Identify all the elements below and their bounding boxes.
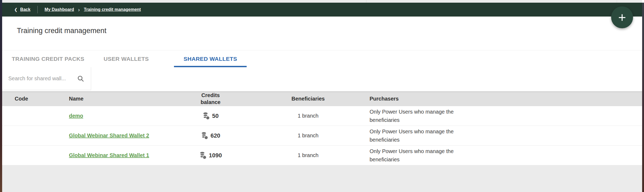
- cell-credits: 50: [157, 112, 264, 120]
- search-box[interactable]: [2, 67, 91, 90]
- page-background: [2, 165, 642, 192]
- breadcrumb-bar: ❮ Back My Dashboard › Training credit ma…: [2, 3, 642, 17]
- coin-stack-icon: [201, 132, 208, 139]
- screen-edge-left: [0, 0, 2, 192]
- coin-stack-icon: [199, 152, 207, 159]
- page-title: Training credit management: [17, 27, 642, 35]
- wallet-link[interactable]: Global Webinar Shared Wallet 1: [69, 152, 149, 158]
- table-row: Global Webinar Shared Wallet 2 620 1 bra…: [2, 126, 642, 146]
- top-strip-divider: [366, 0, 366, 3]
- breadcrumb-current-link[interactable]: Training credit management: [84, 7, 141, 12]
- tab-bar: TRAINING CREDIT PACKS USER WALLETS SHARE…: [2, 50, 642, 67]
- cell-purchasers: Only Power Users who manage the benefici…: [370, 127, 474, 144]
- top-strip: [2, 0, 642, 3]
- cell-purchasers: Only Power Users who manage the benefici…: [370, 108, 474, 124]
- wallet-link[interactable]: demo: [69, 113, 83, 119]
- table-row: Global Webinar Shared Wallet 1 1090 1 br…: [2, 146, 642, 165]
- breadcrumb-divider: [37, 6, 38, 13]
- table-row: demo 50 1 branch Only Power Users who ma…: [2, 106, 642, 126]
- cell-beneficiaries: 1 branch: [264, 113, 352, 119]
- app-window: ❮ Back My Dashboard › Training credit ma…: [2, 0, 642, 192]
- search-icon[interactable]: [77, 75, 84, 82]
- back-button[interactable]: Back: [20, 7, 30, 12]
- column-header-name: Name: [69, 96, 157, 102]
- tab-user-wallets[interactable]: USER WALLETS: [94, 50, 158, 67]
- chevron-right-icon: ›: [78, 7, 80, 13]
- cell-beneficiaries: 1 branch: [264, 152, 352, 158]
- credits-value: 620: [211, 132, 220, 139]
- column-header-code: Code: [2, 96, 69, 102]
- tab-training-credit-packs[interactable]: TRAINING CREDIT PACKS: [2, 50, 94, 67]
- cell-credits: 1090: [157, 152, 264, 159]
- column-header-beneficiaries: Beneficiaries: [264, 96, 352, 102]
- column-header-credits-label: Credits balance: [195, 92, 227, 106]
- credits-value: 1090: [209, 152, 222, 159]
- breadcrumb-dashboard-link[interactable]: My Dashboard: [45, 7, 74, 12]
- add-shared-wallet-button[interactable]: +: [611, 6, 633, 28]
- screen-edge-right: [642, 3, 644, 192]
- column-header-credits-balance: Credits balance: [157, 92, 264, 106]
- tab-spacer: [158, 50, 174, 67]
- chevron-left-icon: ❮: [14, 7, 18, 12]
- tab-shared-wallets[interactable]: SHARED WALLETS: [174, 50, 247, 67]
- search-input[interactable]: [8, 75, 75, 82]
- wallet-link[interactable]: Global Webinar Shared Wallet 2: [69, 133, 149, 138]
- coin-stack-icon: [203, 112, 210, 120]
- cell-purchasers: Only Power Users who manage the benefici…: [370, 147, 474, 164]
- top-strip-divider: [617, 0, 617, 3]
- title-block: Training credit management: [2, 17, 642, 50]
- credits-value: 50: [212, 113, 219, 119]
- table-header-row: Code Name Credits balance Beneficiaries …: [2, 91, 642, 106]
- search-row: [2, 67, 642, 90]
- cell-beneficiaries: 1 branch: [264, 133, 352, 139]
- cell-credits: 620: [157, 132, 264, 139]
- column-header-purchasers: Purchasers: [352, 96, 642, 102]
